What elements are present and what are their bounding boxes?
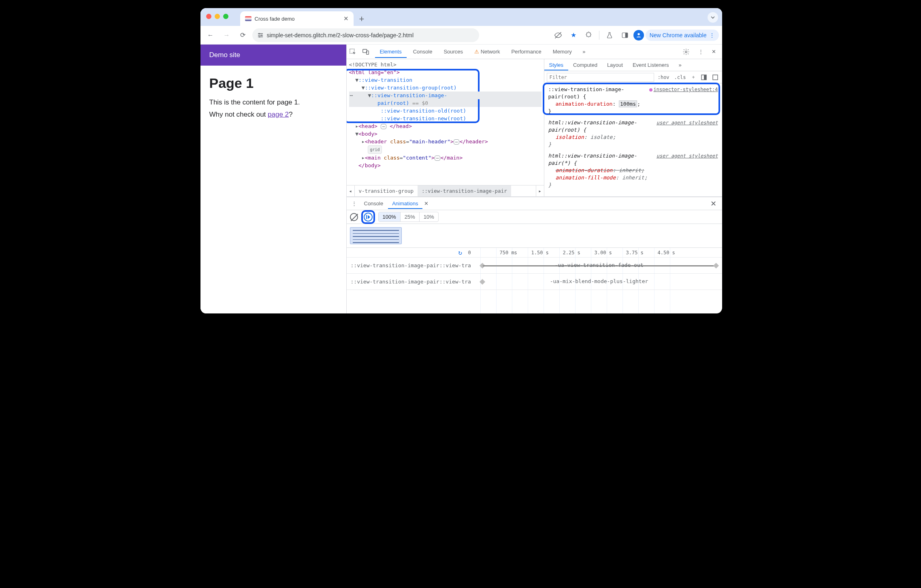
address-bar[interactable]: simple-set-demos.glitch.me/2-slow-cross-… — [252, 28, 479, 42]
tab-styles[interactable]: Styles — [544, 60, 568, 70]
css-rule: user agent stylesheet html::view-transit… — [548, 119, 718, 148]
clear-animations-button[interactable] — [350, 213, 358, 221]
rule-source-ua: user agent stylesheet — [657, 119, 718, 126]
animations-timeline[interactable]: ↻ 0750 ms1.50 s2.25 s3.00 s3.75 s4.50 s … — [347, 248, 722, 313]
rule-source-link[interactable]: inspector-stylesheet:4 — [649, 86, 718, 93]
page-paragraph-1: This is the content for page 1. — [209, 98, 337, 107]
more-tabs-icon[interactable]: » — [578, 49, 590, 55]
speed-25[interactable]: 25% — [401, 212, 420, 222]
dom-tree[interactable]: <!DOCTYPE html> <html lang="en"> ▼::view… — [347, 59, 544, 196]
timeline-ruler: ↻ 0750 ms1.50 s2.25 s3.00 s3.75 s4.50 s — [347, 248, 722, 258]
animation-track[interactable]: ::view-transition-image-pair::view-tra -… — [347, 274, 722, 290]
menu-icon: ⋮ — [709, 32, 715, 38]
site-settings-icon[interactable] — [257, 32, 264, 38]
rule-source-ua: user agent stylesheet — [657, 152, 718, 160]
page-link[interactable]: page 2 — [268, 111, 289, 118]
tabs-dropdown-button[interactable] — [708, 12, 718, 23]
back-button[interactable]: ← — [204, 28, 217, 42]
tab-layout[interactable]: Layout — [602, 60, 628, 70]
crumb-item[interactable]: v-transition-group — [355, 185, 418, 196]
play-pause-button[interactable] — [364, 213, 373, 222]
tab-title: Cross fade demo — [255, 16, 340, 22]
update-label: New Chrome available — [650, 32, 707, 38]
speed-100[interactable]: 100% — [379, 212, 401, 222]
settings-gear-icon[interactable] — [682, 48, 694, 55]
close-window-button[interactable] — [206, 14, 211, 19]
devtools-drawer: ⋮ Console Animations ✕ ✕ 100% 25% — [347, 197, 722, 313]
svg-point-1 — [261, 34, 262, 36]
styles-tabbar: Styles Computed Layout Event Listeners » — [544, 59, 722, 71]
labs-icon[interactable] — [603, 28, 616, 42]
cls-toggle[interactable]: .cls — [673, 75, 687, 80]
browser-tab[interactable]: Cross fade demo ✕ — [240, 11, 354, 26]
animation-groups — [347, 224, 722, 248]
browser-toolbar: ← → ⟳ simple-set-demos.glitch.me/2-slow-… — [200, 26, 722, 45]
separator — [599, 31, 599, 40]
rewind-icon[interactable]: ↻ — [458, 249, 490, 256]
highlight-box-play — [361, 210, 375, 224]
side-panel-icon[interactable] — [618, 28, 632, 42]
svg-point-2 — [259, 36, 260, 37]
css-rules[interactable]: inspector-stylesheet:4 ::view-transition… — [544, 83, 722, 195]
close-devtools-button[interactable]: ✕ — [708, 49, 720, 55]
tab-elements[interactable]: Elements — [375, 45, 407, 58]
maximize-window-button[interactable] — [223, 14, 228, 19]
url-text: simple-set-demos.glitch.me/2-slow-cross-… — [267, 32, 414, 38]
svg-rect-14 — [366, 215, 367, 219]
drawer-tabbar: ⋮ Console Animations ✕ ✕ — [347, 197, 722, 210]
devtools-tabbar: Elements Console Sources Network Perform… — [347, 45, 722, 59]
tab-performance[interactable]: Performance — [506, 45, 546, 58]
close-drawer-button[interactable]: ✕ — [707, 199, 720, 208]
tab-event-listeners[interactable]: Event Listeners — [628, 60, 674, 70]
tab-console[interactable]: Console — [408, 45, 437, 58]
rendering-icon[interactable] — [711, 74, 720, 81]
close-tab-button[interactable]: ✕ — [343, 15, 349, 22]
page-paragraph-2: Why not check out page 2? — [209, 111, 337, 119]
new-rule-button[interactable]: ＋ — [690, 74, 697, 81]
computed-toggle-icon[interactable] — [699, 74, 708, 81]
close-drawer-tab-button[interactable]: ✕ — [423, 198, 429, 209]
hide-extension-icon[interactable] — [551, 28, 565, 42]
minimize-window-button[interactable] — [215, 14, 220, 19]
svg-point-6 — [637, 33, 640, 35]
tab-network[interactable]: Network — [469, 45, 505, 58]
crumb-item-selected[interactable]: ::view-transition-image-pair — [418, 185, 511, 196]
svg-point-0 — [258, 33, 260, 34]
tab-memory[interactable]: Memory — [548, 45, 577, 58]
playback-speed-group: 100% 25% 10% — [378, 212, 439, 222]
animation-group-thumb[interactable] — [350, 227, 402, 244]
tab-sources[interactable]: Sources — [439, 45, 468, 58]
window-controls — [206, 14, 228, 19]
tab-computed[interactable]: Computed — [568, 60, 602, 70]
drawer-tab-console[interactable]: Console — [360, 198, 388, 209]
styles-toolbar: :hov .cls ＋ — [544, 71, 722, 83]
hov-toggle[interactable]: :hov — [657, 75, 671, 80]
svg-rect-12 — [704, 75, 706, 80]
device-toggle-icon[interactable] — [362, 48, 373, 55]
crumb-scroll-right[interactable]: ▸ — [536, 185, 544, 196]
svg-point-10 — [685, 51, 687, 53]
svg-rect-5 — [625, 33, 627, 38]
speed-10[interactable]: 10% — [420, 212, 438, 222]
reload-button[interactable]: ⟳ — [236, 28, 250, 42]
bookmark-icon[interactable]: ★ — [567, 28, 580, 42]
drawer-menu-icon[interactable]: ⋮ — [349, 200, 359, 207]
animations-toolbar: 100% 25% 10% — [347, 210, 722, 224]
kebab-menu-icon[interactable]: ⋮ — [695, 49, 707, 55]
page-title: Page 1 — [209, 75, 337, 91]
styles-filter-input[interactable] — [547, 73, 654, 82]
grid-badge[interactable]: grid — [368, 145, 382, 154]
crumb-scroll-left[interactable]: ◂ — [347, 185, 355, 196]
update-chrome-button[interactable]: New Chrome available ⋮ — [646, 30, 719, 41]
css-rule: inspector-stylesheet:4 ::view-transition… — [548, 86, 718, 115]
content-area: Demo site Page 1 This is the content for… — [200, 45, 722, 313]
devtools-panel: Elements Console Sources Network Perform… — [346, 45, 722, 313]
more-styles-tabs-icon[interactable]: » — [674, 60, 686, 70]
extensions-icon[interactable] — [582, 28, 596, 42]
inspect-element-icon[interactable] — [349, 48, 360, 55]
drawer-tab-animations[interactable]: Animations — [388, 198, 422, 209]
forward-button[interactable]: → — [220, 28, 234, 42]
animation-track[interactable]: ::view-transition-image-pair::view-tra -… — [347, 258, 722, 274]
profile-avatar[interactable] — [633, 30, 644, 40]
new-tab-button[interactable]: + — [354, 14, 370, 26]
